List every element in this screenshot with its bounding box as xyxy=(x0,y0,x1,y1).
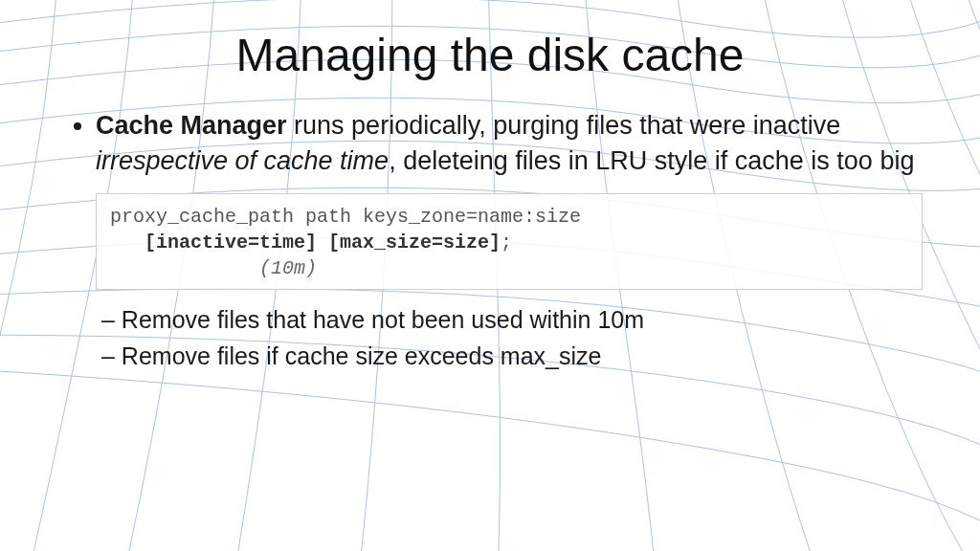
bullet-list: Cache Manager runs periodically, purging… xyxy=(63,108,923,180)
bullet-text-2: , deleteing files in LRU style if cache … xyxy=(389,146,914,175)
slide: Managing the disk cache Cache Manager ru… xyxy=(0,0,980,551)
bullet-lead: Cache Manager xyxy=(96,111,287,140)
slide-title: Managing the disk cache xyxy=(57,29,923,81)
sub-bullet-1: Remove files that have not been used wit… xyxy=(101,301,923,339)
bullet-text-1: runs periodically, purging files that we… xyxy=(287,111,841,140)
code-line-2: [inactive=time] [max_size=size]; xyxy=(110,230,908,255)
code-line-1: proxy_cache_path path keys_zone=name:siz… xyxy=(110,204,908,230)
code-block: proxy_cache_path path keys_zone=name:siz… xyxy=(96,193,923,290)
bullet-item: Cache Manager runs periodically, purging… xyxy=(96,108,923,180)
sub-bullet-list: Remove files that have not been used wit… xyxy=(101,301,923,376)
bullet-italic: irrespective of cache time xyxy=(96,146,389,175)
code-semicolon: ; xyxy=(501,231,512,253)
slide-content: Managing the disk cache Cache Manager ru… xyxy=(0,0,980,375)
code-line-3: (10m) xyxy=(110,255,908,281)
sub-bullet-2: Remove files if cache size exceeds max_s… xyxy=(101,338,923,375)
code-params: [inactive=time] [max_size=size] xyxy=(145,231,501,253)
